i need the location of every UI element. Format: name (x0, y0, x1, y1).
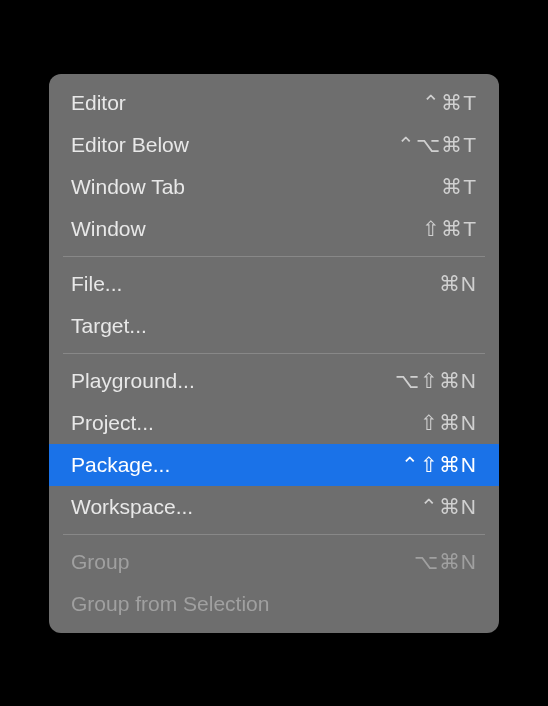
menu-item-file[interactable]: File... ⌘N (49, 263, 499, 305)
menu-item-label: Editor Below (71, 133, 189, 157)
menu-item-label: Window Tab (71, 175, 185, 199)
menu-separator (63, 256, 485, 257)
menu-item-workspace[interactable]: Workspace... ⌃⌘N (49, 486, 499, 528)
menu-item-label: Package... (71, 453, 170, 477)
menu-item-shortcut: ⌘N (439, 272, 477, 296)
menu-item-label: Playground... (71, 369, 195, 393)
menu-item-label: Group from Selection (71, 592, 269, 616)
menu-item-group: Group ⌥⌘N (49, 541, 499, 583)
menu-item-project[interactable]: Project... ⇧⌘N (49, 402, 499, 444)
menu-item-label: Target... (71, 314, 147, 338)
menu-item-shortcut: ⇧⌘N (420, 411, 477, 435)
menu-item-shortcut: ⌃⌘N (420, 495, 477, 519)
menu-item-editor-below[interactable]: Editor Below ⌃⌥⌘T (49, 124, 499, 166)
menu-item-playground[interactable]: Playground... ⌥⇧⌘N (49, 360, 499, 402)
menu-item-editor[interactable]: Editor ⌃⌘T (49, 82, 499, 124)
menu-item-label: Window (71, 217, 146, 241)
menu-item-shortcut: ⌥⌘N (414, 550, 477, 574)
menu-item-shortcut: ⌃⌘T (422, 91, 477, 115)
menu-item-label: Workspace... (71, 495, 193, 519)
menu-item-label: File... (71, 272, 122, 296)
menu-separator (63, 534, 485, 535)
context-menu: Editor ⌃⌘T Editor Below ⌃⌥⌘T Window Tab … (49, 74, 499, 633)
menu-item-group-from-selection: Group from Selection (49, 583, 499, 625)
menu-item-package[interactable]: Package... ⌃⇧⌘N (49, 444, 499, 486)
menu-item-target[interactable]: Target... (49, 305, 499, 347)
menu-item-label: Editor (71, 91, 126, 115)
menu-item-shortcut: ⌃⇧⌘N (401, 453, 477, 477)
menu-item-window-tab[interactable]: Window Tab ⌘T (49, 166, 499, 208)
menu-item-window[interactable]: Window ⇧⌘T (49, 208, 499, 250)
menu-separator (63, 353, 485, 354)
menu-item-label: Project... (71, 411, 154, 435)
menu-item-shortcut: ⌥⇧⌘N (395, 369, 477, 393)
menu-item-shortcut: ⇧⌘T (422, 217, 477, 241)
menu-item-label: Group (71, 550, 129, 574)
menu-item-shortcut: ⌃⌥⌘T (397, 133, 477, 157)
menu-item-shortcut: ⌘T (441, 175, 477, 199)
